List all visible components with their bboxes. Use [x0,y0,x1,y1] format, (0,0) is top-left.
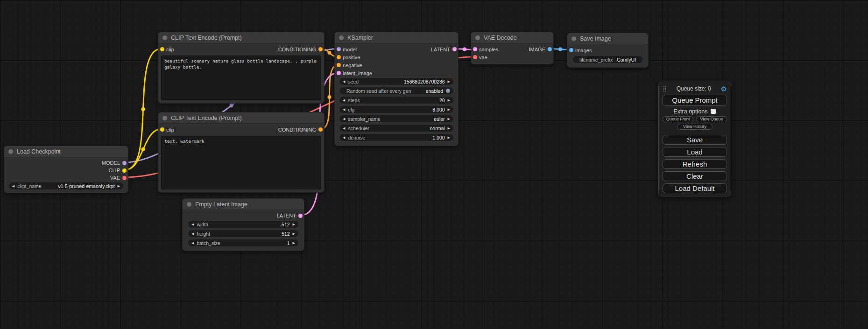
node-graph-canvas[interactable]: Load Checkpoint MODEL CLIP VAE ckpt_name… [0,0,868,329]
conditioning-output-dot[interactable] [318,47,323,51]
output-slot-latent: LATENT [183,212,304,219]
node-empty-latent-image[interactable]: Empty Latent Image LATENT width 512 heig… [182,198,304,251]
slot-label: clip [166,47,174,52]
image-input-dot[interactable] [569,48,573,52]
slot-label: latent_image [343,70,372,76]
drag-handle-icon[interactable] [663,85,667,92]
arrow-right-icon[interactable] [448,80,450,83]
latent-output-dot[interactable] [452,47,457,51]
wire-midpoint-dot [230,104,233,107]
output-slot-latent: LATENT [335,45,458,53]
widget-label: batch_size [197,240,220,246]
vae-input-dot[interactable] [473,55,477,59]
latent-input-dot[interactable] [337,71,341,75]
collapse-dot-icon[interactable] [475,35,480,40]
arrow-right-icon[interactable] [118,184,120,188]
arrow-left-icon[interactable] [343,98,345,102]
random-seed-toggle-widget[interactable]: Random seed after every gen enabled [339,87,453,94]
node-title-bar[interactable]: CLIP Text Encode (Prompt) [158,112,324,124]
arrow-left-icon[interactable] [343,117,345,120]
latent-output-dot[interactable] [298,214,303,218]
arrow-right-icon[interactable] [293,232,295,235]
arrow-left-icon[interactable] [343,80,345,83]
clip-output-dot[interactable] [122,168,127,173]
collapse-dot-icon[interactable] [187,202,191,207]
load-button[interactable]: Load [663,147,727,157]
queue-size-label: Queue size: 0 [667,85,721,92]
arrow-left-icon[interactable] [343,108,345,111]
queue-prompt-button[interactable]: Queue Prompt [663,95,727,106]
load-default-button[interactable]: Load Default [663,183,727,193]
widget-label: width [197,222,208,227]
arrow-right-icon[interactable] [448,117,450,120]
prompt-textarea[interactable]: text, watermark [161,136,321,189]
vae-output-dot[interactable] [122,176,127,180]
prompt-textarea[interactable]: beautiful scenery nature glass bottle la… [161,56,321,100]
ckpt-name-widget[interactable]: ckpt_name v1-5-pruned-emaonly.ckpt [9,182,123,189]
collapse-dot-icon[interactable] [572,36,576,41]
node-save-image[interactable]: Save Image images filename_prefix ComfyU… [567,33,649,68]
denoise-widget[interactable]: denoise 1.000 [339,134,453,141]
batch-size-widget[interactable]: batch_size 1 [188,239,298,246]
node-vae-decode[interactable]: VAE Decode samples vae IMAGE [471,32,554,64]
arrow-right-icon[interactable] [448,136,450,139]
node-clip-text-encode-negative[interactable]: CLIP Text Encode (Prompt) clip CONDITION… [158,112,325,193]
widget-label: steps [348,98,360,103]
scheduler-widget[interactable]: scheduler normal [339,125,453,132]
settings-gear-icon[interactable] [721,85,727,92]
queue-front-button[interactable]: Queue Front [663,116,693,122]
conditioning-output-dot[interactable] [318,127,323,132]
model-output-dot[interactable] [122,161,127,165]
width-widget[interactable]: width 512 [188,221,298,228]
node-title-bar[interactable]: KSampler [335,32,458,43]
collapse-dot-icon[interactable] [8,149,13,154]
arrow-left-icon[interactable] [191,232,194,235]
collapse-dot-icon[interactable] [339,35,344,40]
arrow-right-icon[interactable] [448,126,450,130]
image-output-dot[interactable] [548,47,552,51]
toggle-dot-icon[interactable] [446,89,450,93]
height-widget[interactable]: height 512 [188,230,298,237]
node-title-bar[interactable]: CLIP Text Encode (Prompt) [158,32,324,43]
view-queue-button[interactable]: View Queue [696,116,727,122]
node-title-bar[interactable]: VAE Decode [471,32,553,43]
widget-label: height [197,231,210,237]
clip-input-dot[interactable] [160,127,164,132]
sampler-name-widget[interactable]: sampler_name euler [339,115,453,122]
node-ksampler[interactable]: KSampler model positive negative latent_… [334,32,459,146]
slot-row: clip CONDITIONING [158,45,324,53]
arrow-right-icon[interactable] [448,108,450,111]
slot-label: LATENT [277,213,296,218]
collapse-dot-icon[interactable] [162,35,167,40]
conditioning-input-dot[interactable] [337,55,341,59]
arrow-left-icon[interactable] [191,241,194,245]
node-load-checkpoint[interactable]: Load Checkpoint MODEL CLIP VAE ckpt_name… [4,146,128,193]
extra-options-checkbox[interactable] [711,109,716,114]
collapse-dot-icon[interactable] [162,116,167,120]
conditioning-input-dot[interactable] [337,63,341,67]
save-button[interactable]: Save [663,135,727,145]
arrow-right-icon[interactable] [293,241,295,245]
widget-label: Random seed after every gen [346,88,411,94]
cfg-widget[interactable]: cfg 8.000 [339,106,453,113]
arrow-right-icon[interactable] [448,98,450,102]
node-clip-text-encode-positive[interactable]: CLIP Text Encode (Prompt) clip CONDITION… [158,32,325,104]
input-slot-vae: vae [471,53,553,61]
node-title-bar[interactable]: Save Image [567,33,648,44]
steps-widget[interactable]: steps 20 [339,97,453,104]
widget-label: cfg [348,107,354,112]
arrow-left-icon[interactable] [343,126,345,130]
filename-prefix-widget[interactable]: filename_prefix ComfyUI [573,56,642,63]
node-title-bar[interactable]: Empty Latent Image [183,199,304,210]
arrow-left-icon[interactable] [343,136,345,139]
arrow-right-icon[interactable] [293,223,295,226]
clear-button[interactable]: Clear [663,171,727,181]
arrow-left-icon[interactable] [191,223,194,226]
node-title-bar[interactable]: Load Checkpoint [4,146,128,157]
clip-input-dot[interactable] [160,47,164,51]
node-title: CLIP Text Encode (Prompt) [171,115,242,121]
arrow-left-icon[interactable] [12,184,14,188]
refresh-button[interactable]: Refresh [663,159,727,169]
view-history-button[interactable]: View History [677,124,713,130]
seed-widget[interactable]: seed 156680208700286 [339,78,453,85]
